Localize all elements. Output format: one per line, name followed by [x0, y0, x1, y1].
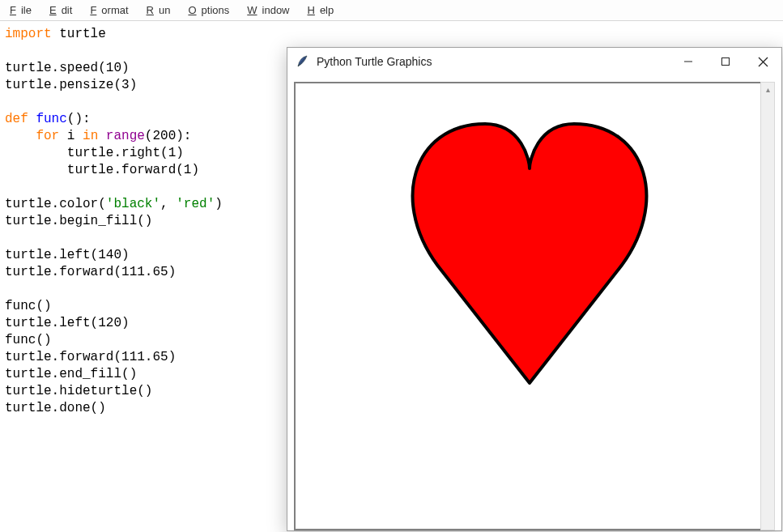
menu-window[interactable]: Window [242, 2, 299, 18]
menu-format[interactable]: Format [85, 2, 138, 18]
minimize-button[interactable] [670, 48, 707, 75]
menu-help[interactable]: Help [303, 2, 344, 18]
python-feather-icon [296, 54, 310, 69]
menu-edit[interactable]: Edit [45, 2, 82, 18]
canvas-wrap: ▴ [287, 75, 781, 530]
window-title: Python Turtle Graphics [317, 55, 670, 68]
scroll-up-icon[interactable]: ▴ [764, 84, 772, 96]
menubar: File Edit Format Run Options Window Help [0, 0, 783, 21]
maximize-button[interactable] [707, 48, 744, 75]
heart-shape [355, 92, 704, 407]
close-button[interactable] [744, 48, 781, 75]
vertical-scrollbar[interactable]: ▴ [760, 82, 775, 530]
turtle-canvas [294, 82, 760, 530]
menu-options[interactable]: Options [183, 2, 239, 18]
titlebar[interactable]: Python Turtle Graphics [287, 48, 781, 75]
turtle-graphics-window: Python Turtle Graphics ▴ [287, 47, 782, 531]
window-controls [670, 48, 781, 75]
menu-file[interactable]: File [5, 2, 41, 18]
menu-run[interactable]: Run [142, 2, 181, 18]
svg-rect-2 [722, 58, 730, 66]
